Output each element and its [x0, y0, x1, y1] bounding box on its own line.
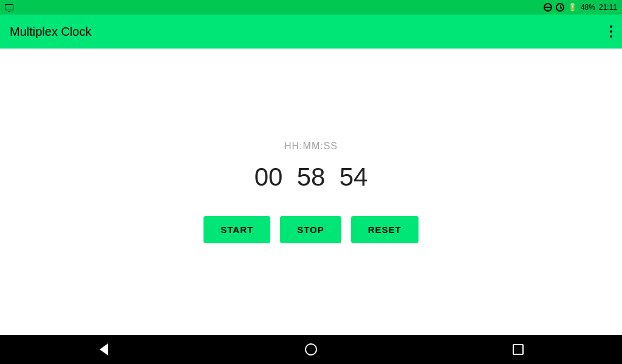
- app-bar: Multiplex Clock: [0, 15, 622, 49]
- back-button[interactable]: [92, 337, 116, 362]
- no-disturb-icon: [544, 3, 552, 12]
- battery-icon: 🔋: [568, 3, 577, 12]
- hours-display: 00: [253, 163, 284, 192]
- seconds-display: 54: [338, 163, 369, 192]
- time-display: 00 58 54: [253, 163, 369, 192]
- status-bar: 🔋 48% 21:11: [0, 0, 622, 15]
- recents-icon: [513, 344, 524, 355]
- home-button[interactable]: [299, 337, 323, 362]
- recents-button[interactable]: [506, 337, 530, 362]
- status-time: 21:11: [599, 3, 617, 12]
- home-icon: [305, 343, 317, 356]
- stop-button[interactable]: SToP: [280, 216, 341, 243]
- start-button[interactable]: START: [203, 216, 270, 243]
- status-bar-right: 🔋 48% 21:11: [544, 3, 617, 12]
- reset-button[interactable]: RESET: [351, 216, 419, 243]
- control-buttons: START SToP RESET: [203, 216, 418, 243]
- minutes-display: 58: [296, 163, 326, 192]
- dot2: [610, 30, 612, 33]
- dot3: [610, 35, 612, 38]
- main-content: HH:MM:SS 00 58 54 START SToP RESET: [0, 49, 622, 335]
- back-icon: [100, 343, 108, 356]
- time-format-label: HH:MM:SS: [284, 141, 338, 152]
- status-bar-left: [5, 4, 13, 10]
- dot1: [610, 25, 612, 28]
- clock-icon: [556, 3, 564, 12]
- app-title: Multiplex Clock: [10, 25, 91, 39]
- battery-percent: 48%: [581, 3, 595, 12]
- nav-bar: [0, 335, 622, 364]
- screen-icon: [5, 4, 13, 10]
- more-options-button[interactable]: [610, 25, 612, 38]
